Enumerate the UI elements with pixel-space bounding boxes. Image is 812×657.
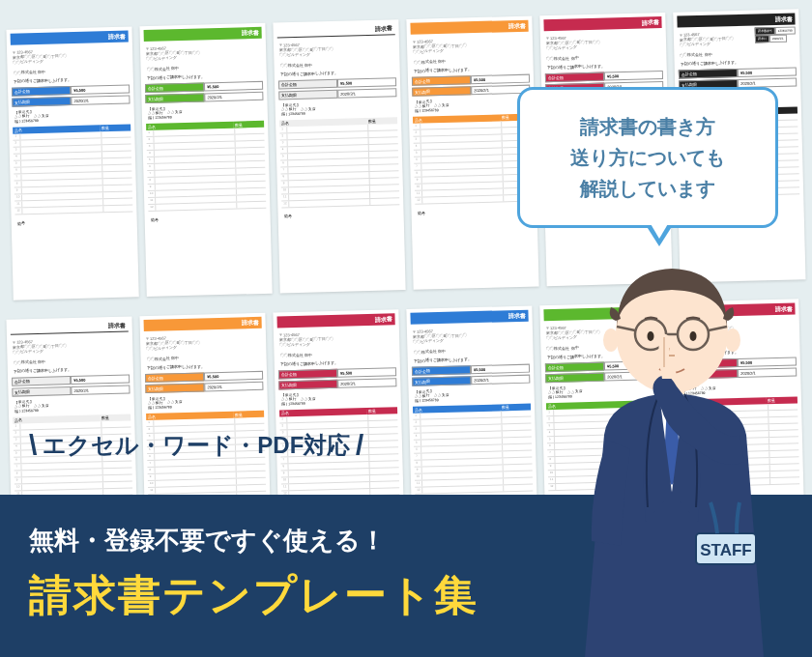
bubble-text-line: 請求書の書き方 bbox=[580, 116, 715, 137]
invoice-template-preview: 請求書 〒123-4567東京都〇〇区〇〇町〇丁目〇〇〇〇ビルディング 〇〇株式… bbox=[6, 26, 138, 300]
invoice-template-preview: 請求書 〒123-4567東京都〇〇区〇〇町〇丁目〇〇〇〇ビルディング 〇〇株式… bbox=[139, 23, 272, 297]
slash-left-icon: \ bbox=[29, 429, 37, 462]
ear-icon bbox=[725, 328, 740, 352]
template-title-bar: 請求書 bbox=[410, 20, 528, 35]
staff-badge-text: STAFF bbox=[700, 541, 752, 559]
format-support-callout: \ エクセル・ワード・PDF対応 \ bbox=[29, 429, 364, 462]
eye-icon bbox=[648, 331, 654, 341]
template-title-bar: 請求書 bbox=[144, 27, 262, 42]
staff-character-illustration: STAFF bbox=[551, 242, 802, 657]
slash-right-icon: \ bbox=[356, 429, 363, 462]
template-title-bar: 請求書 bbox=[276, 23, 394, 38]
template-title-bar: 請求書 bbox=[543, 16, 661, 31]
invoice-template-preview: 請求書 〒123-4567東京都〇〇区〇〇町〇丁目〇〇〇〇ビルディング 〇〇株式… bbox=[273, 19, 405, 293]
bubble-text-line: 送り方についても bbox=[570, 147, 725, 168]
template-title-bar: 請求書 bbox=[11, 320, 129, 334]
format-support-text: エクセル・ワード・PDF対応 bbox=[43, 430, 350, 461]
template-title-bar: 請求書 bbox=[144, 317, 262, 331]
template-title-bar: 請求書 bbox=[410, 310, 528, 325]
eye-icon bbox=[690, 331, 697, 341]
ear-icon bbox=[603, 328, 619, 352]
template-title-bar: 請求書 bbox=[677, 13, 795, 27]
template-title-bar: 請求書 bbox=[11, 30, 129, 44]
speech-bubble: 請求書の書き方 送り方についても 解説しています bbox=[517, 87, 778, 228]
template-title-bar: 請求書 bbox=[276, 313, 394, 328]
bubble-text-line: 解説しています bbox=[580, 178, 715, 199]
